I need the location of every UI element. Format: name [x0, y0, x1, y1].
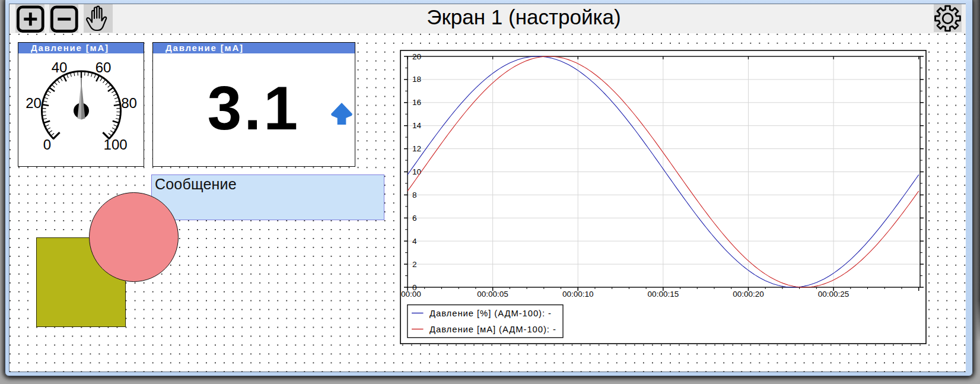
svg-text:Давление [мА] (АДМ-100): -: Давление [мА] (АДМ-100): - [429, 325, 556, 334]
svg-text:80: 80 [121, 95, 137, 111]
svg-text:00:00:10: 00:00:10 [562, 290, 594, 299]
svg-text:00:00:25: 00:00:25 [818, 290, 849, 299]
svg-text:Давление [%] (АДМ-100): -: Давление [%] (АДМ-100): - [429, 309, 552, 318]
svg-text:20: 20 [26, 95, 42, 111]
svg-text:00:00:20: 00:00:20 [733, 290, 764, 299]
svg-text:4: 4 [412, 237, 417, 246]
svg-text:0: 0 [43, 137, 51, 153]
svg-text:00:00:05: 00:00:05 [477, 290, 508, 299]
svg-text:100: 100 [104, 137, 128, 153]
svg-text:12: 12 [412, 144, 421, 153]
svg-text:60: 60 [96, 59, 112, 75]
svg-text:00:00:15: 00:00:15 [648, 290, 679, 299]
svg-text:6: 6 [412, 214, 417, 223]
svg-text:8: 8 [412, 191, 417, 199]
svg-text:2: 2 [412, 260, 417, 269]
svg-text:18: 18 [412, 75, 421, 84]
svg-text:10: 10 [412, 167, 421, 176]
svg-text:40: 40 [52, 59, 68, 75]
svg-text:16: 16 [412, 98, 421, 107]
svg-text:14: 14 [412, 121, 422, 130]
svg-text:20: 20 [412, 52, 421, 61]
svg-text:00:00: 00:00 [401, 290, 421, 299]
